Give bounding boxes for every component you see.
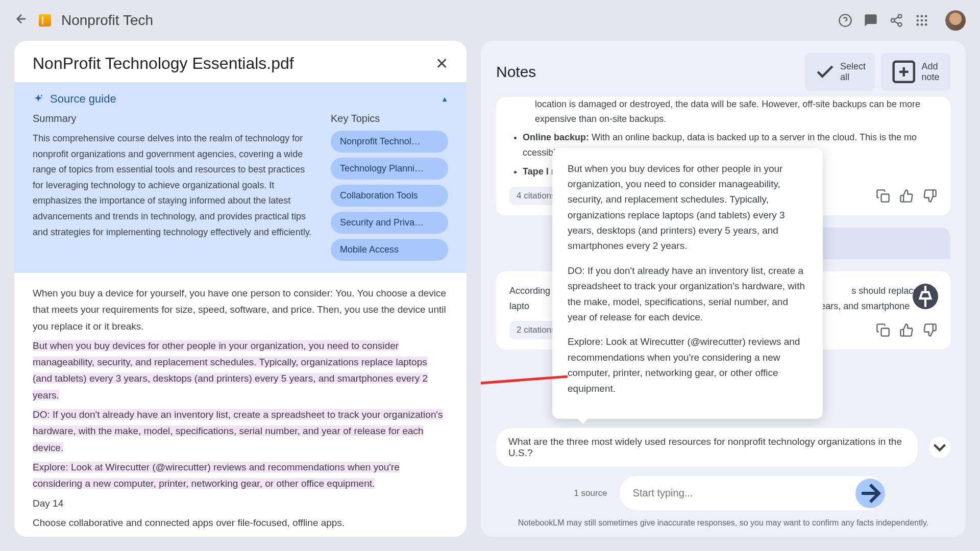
document-title: NonProfit Technology Essentials.pdf <box>33 54 294 73</box>
doc-highlight: Explore: Look at Wirecutter (@wirecutter… <box>33 462 400 489</box>
svg-line-4 <box>894 21 898 24</box>
citation-tooltip: But when you buy devices for other peopl… <box>552 148 823 419</box>
chat-input[interactable] <box>620 476 885 510</box>
thumbs-up-icon[interactable] <box>899 323 914 337</box>
svg-point-11 <box>925 19 927 22</box>
back-icon[interactable] <box>14 12 29 30</box>
svg-point-8 <box>925 15 927 18</box>
share-icon[interactable] <box>889 13 903 28</box>
svg-point-10 <box>921 19 923 22</box>
pin-button[interactable] <box>913 284 938 309</box>
source-count: 1 source <box>561 488 619 498</box>
svg-point-3 <box>898 23 902 27</box>
thumbs-down-icon[interactable] <box>923 189 937 203</box>
disclaimer-text: NotebookLM may still sometimes give inac… <box>481 518 966 537</box>
svg-point-14 <box>925 23 927 26</box>
help-icon[interactable] <box>838 13 852 28</box>
doc-paragraph: Day 14 <box>33 495 448 512</box>
svg-point-7 <box>921 15 923 18</box>
svg-point-1 <box>898 14 902 18</box>
topic-chip[interactable]: Security and Priva… <box>331 212 448 234</box>
avatar[interactable] <box>945 10 966 31</box>
doc-paragraph: Choose collaborative and connected apps … <box>33 515 448 531</box>
doc-paragraph: When you buy a device for yourself, you … <box>33 285 448 335</box>
apps-icon[interactable] <box>915 13 929 28</box>
svg-rect-19 <box>881 194 889 202</box>
svg-point-12 <box>917 23 919 26</box>
doc-paragraph: For example, consider that when you send… <box>33 534 448 537</box>
svg-point-13 <box>921 23 923 26</box>
suggestion-chip[interactable]: What are the three most widely used reso… <box>496 428 918 467</box>
send-button[interactable] <box>855 479 885 508</box>
topic-chip[interactable]: Technology Planni… <box>331 158 448 180</box>
summary-label: Summary <box>33 113 315 124</box>
notes-title: Notes <box>496 63 536 81</box>
topic-chip[interactable]: Mobile Access <box>331 239 448 261</box>
notes-panel: Notes Select all Add note location is da… <box>481 41 966 537</box>
svg-point-2 <box>891 19 895 22</box>
thumbs-up-icon[interactable] <box>899 189 914 203</box>
close-icon[interactable]: ✕ <box>435 55 448 72</box>
svg-point-15 <box>41 95 42 96</box>
chevron-down-icon[interactable] <box>929 437 950 458</box>
notebook-icon <box>39 14 51 27</box>
sparkle-icon <box>33 93 44 105</box>
key-topics-label: Key Topics <box>331 113 448 124</box>
comment-icon[interactable] <box>864 13 878 28</box>
chat-input-field[interactable] <box>633 487 872 499</box>
topic-chip[interactable]: Nonprofit Technol… <box>331 131 448 153</box>
select-all-button[interactable]: Select all <box>805 53 875 91</box>
source-panel: NonProfit Technology Essentials.pdf ✕ So… <box>14 41 467 537</box>
svg-point-6 <box>917 15 919 18</box>
svg-point-9 <box>917 19 919 22</box>
svg-line-5 <box>894 17 898 20</box>
copy-icon[interactable] <box>876 189 890 203</box>
svg-rect-20 <box>881 329 889 336</box>
add-note-button[interactable]: Add note <box>881 53 950 91</box>
copy-icon[interactable] <box>876 323 890 337</box>
document-body: When you buy a device for yourself, you … <box>14 273 467 537</box>
doc-highlight: But when you buy devices for other peopl… <box>33 340 428 400</box>
doc-highlight: DO: If you don't already have an invento… <box>33 409 443 453</box>
topic-chip[interactable]: Collaboration Tools <box>331 185 448 207</box>
source-guide-label: Source guide <box>50 92 116 106</box>
thumbs-down-icon[interactable] <box>923 323 937 337</box>
collapse-icon[interactable]: ▲ <box>441 95 448 103</box>
page-title: Nonprofit Tech <box>61 12 153 29</box>
summary-text: This comprehensive course delves into th… <box>33 131 315 240</box>
